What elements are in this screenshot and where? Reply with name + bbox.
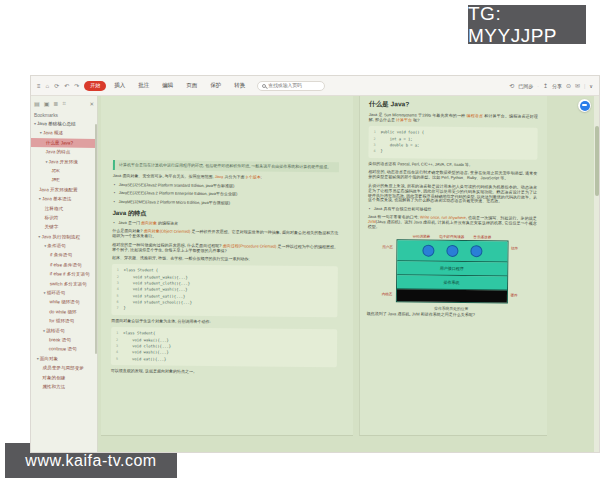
- sync-icon[interactable]: ⟲: [509, 83, 514, 89]
- diagram-os-band: 操作系统: [397, 275, 507, 290]
- diagram-hardware-band: [396, 289, 506, 302]
- bullet-item: JavaSE(J2SE)(Java2 Platform Standard Edi…: [113, 183, 339, 190]
- diagram-app-label: web浏览器: [413, 234, 430, 238]
- bookmark-tree: Java 基础核心总结Java 概述什么是 Java?Java 的特点Java …: [30, 119, 97, 392]
- paragraph: 而面向对象会以学生这个对象为主体, 分别调用各个动作:: [111, 319, 337, 326]
- code-line: void eat(){...}: [116, 356, 332, 365]
- diagram-app-label: 电子邮件阅读器: [439, 235, 464, 239]
- paragraph: 相对应的, 动态语言是指在运行时才确定数据类型的语言, 变量在使用之前无需申明类…: [368, 170, 537, 182]
- share-button[interactable]: 分享: [552, 83, 562, 89]
- menu-tab[interactable]: 保护: [207, 82, 224, 89]
- paragraph: 既然说到了 Java 虚拟机, JVM 和操作系统之间是什么关系呢?: [367, 312, 536, 319]
- toolbar-divider: |: [584, 83, 585, 89]
- menu-tabs: 插入批注编辑页面保护转换: [111, 82, 248, 89]
- user-mode-label: 用户态: [382, 245, 393, 249]
- diagram-box: 用户接口程序 操作系统: [395, 239, 508, 303]
- bullet-item: JavaEE(J2EE)(Java 2 Platform Enterprise …: [113, 191, 339, 198]
- content-scrollbar-track[interactable]: [594, 96, 599, 453]
- thumbnails-panel-icon[interactable]: ▤: [34, 100, 40, 107]
- bookmark-item[interactable]: Java 概述: [31, 128, 97, 138]
- paragraph: Java 是 Sun Microsystems 于1995 年最先发布的一种 编…: [369, 113, 538, 125]
- code-block-foo: public void foo() { int a = 1; double b …: [368, 126, 537, 159]
- robot-icon: [580, 101, 590, 111]
- paragraph: 起床、穿衣服、洗脸刷牙, 吃饭、去学校, 一般会按顺序的执行完这一系列动作:: [112, 256, 338, 263]
- bullet-item: JavaME(J2ME)(Java 2 Platform Micro Editi…: [113, 200, 339, 207]
- os-diagram: web浏览器电子邮件阅读器音乐播放器 用户态 内核态: [367, 234, 537, 312]
- hardware-label: 硬件: [510, 293, 517, 297]
- toolbar: ≡ ⌂ ⟳ ↶ ↷ 开始 插入批注编辑页面保护转换 ⟲ 已同步 · ↥ 分享 ⊙…: [31, 76, 599, 96]
- paragraph: 从设计的角度上来说, 所有的语言都是设计用来把人类可读的代码转换为机器指令的。动…: [368, 184, 537, 205]
- outline-panel-icon[interactable]: ≣: [53, 100, 58, 107]
- feature-bullet: Java 是一门 面向对象 的编程语言: [112, 221, 338, 228]
- page-left: 计算机平台是指在计算机中运行应用程序的环境, 包括硬件环境和软件环境, 一般来说…: [101, 96, 353, 436]
- bookmark-item[interactable]: Java 执行控制流程: [30, 232, 95, 242]
- app-circle-icon: [422, 245, 434, 257]
- quote-block: 计算机平台是指在计算机中运行应用程序的环境, 包括硬件环境和软件环境, 一般来说…: [113, 160, 339, 172]
- bookmarks-panel-icon[interactable]: ▣: [44, 100, 50, 107]
- code-block-procedural: class Student { void student_wake(){...}…: [111, 264, 338, 316]
- menu-tab[interactable]: 编辑: [159, 82, 176, 89]
- sync-status: 已同步: [518, 83, 533, 89]
- paragraph: 相对应的是一种叫做面向过程的开发思想, 什么是面向过程呢? 面向过程(Proce…: [112, 243, 338, 255]
- kernel-mode-label: 内核态: [382, 292, 393, 296]
- sidebar-scrollbar[interactable]: [95, 124, 98, 354]
- menu-tab[interactable]: 批注: [135, 82, 152, 89]
- menu-tab[interactable]: 页面: [183, 82, 200, 89]
- paragraph: 类似的语言还有 Pascal, Perl, C/C++, JAVA, C#, S…: [368, 162, 537, 169]
- bookmarks-sidebar: ▤ ▣ ≣ ⌗ ✕ Bookmarks Java 基础核心总结Java 概述什么…: [31, 96, 98, 453]
- diagram-ui-band: 用户接口程序: [397, 261, 507, 276]
- code-block-oop: class Student{ void wake(){...} void clo…: [111, 327, 337, 367]
- document-canvas: 计算机平台是指在计算机中运行应用程序的环境, 包括硬件环境和软件环境, 一般来说…: [98, 96, 599, 453]
- page-right: 什么是 Java? Java 是 Sun Microsystems 于1995 …: [359, 96, 547, 436]
- diagram-app-label: 音乐播放器: [473, 235, 491, 239]
- sidebar-header: ▤ ▣ ≣ ⌗ ✕: [31, 96, 97, 111]
- software-label: 软件: [511, 246, 518, 250]
- annotations-panel-icon[interactable]: ⌗: [62, 100, 65, 107]
- main-area: ▤ ▣ ≣ ⌗ ✕ Bookmarks Java 基础核心总结Java 概述什么…: [31, 96, 599, 453]
- app-circle-icon: [470, 245, 482, 257]
- search-box[interactable]: [257, 81, 325, 91]
- bookmark-item[interactable]: 属性和方法: [30, 382, 93, 392]
- close-icon[interactable]: ✕: [89, 101, 94, 107]
- redo-icon[interactable]: ↷: [74, 83, 79, 89]
- content-scrollbar-thumb[interactable]: [595, 126, 599, 196]
- undo-icon[interactable]: ↶: [64, 83, 69, 89]
- menu-tab[interactable]: 插入: [111, 82, 128, 89]
- assistant-button[interactable]: [578, 99, 591, 112]
- chevron-down-icon[interactable]: ∨: [589, 83, 593, 89]
- home-icon[interactable]: ⌂: [46, 83, 50, 89]
- share-icon[interactable]: ↥: [543, 83, 548, 89]
- bookmark-item[interactable]: Java 基本语法: [30, 194, 96, 204]
- pdf-reader-window: ≡ ⌂ ⟳ ↶ ↷ 开始 插入批注编辑页面保护转换 ⟲ 已同步 · ↥ 分享 ⊙…: [30, 75, 600, 453]
- refresh-icon[interactable]: ⟳: [54, 83, 59, 89]
- search-icon: [262, 84, 266, 88]
- paragraph: 可以很直观的发现, 这就是面向对象的特点之一。: [111, 369, 337, 376]
- message-icon[interactable]: ✉: [575, 83, 580, 89]
- paragraph: 什么是面向对象? 面向对象(Object Oriented) 是一种软件开发思想…: [112, 229, 338, 241]
- panel-title: Bookmarks: [31, 111, 97, 119]
- menu-tab[interactable]: 转换: [231, 82, 248, 89]
- search-input[interactable]: [268, 83, 320, 88]
- toolbar-right: ⟲ 已同步 · ↥ 分享 ⊙ ✉ | ∨: [509, 83, 593, 89]
- section-heading: Java 的特点: [112, 209, 338, 220]
- diagram-right-labels: 软件 硬件: [510, 240, 527, 303]
- feature-bullet: Java 具有平台独立性和可移植性: [368, 207, 537, 214]
- app-circle-icon: [446, 245, 458, 257]
- bullet-list: JavaSE(J2SE)(Java2 Platform Standard Edi…: [113, 183, 339, 207]
- code-line: }: [116, 305, 332, 314]
- dot-separator: ·: [537, 83, 539, 89]
- help-icon[interactable]: ⊙: [566, 83, 571, 89]
- diagram-apps-band: [397, 240, 507, 262]
- paragraph: Java 面向对象、安全而可靠, 与平台无关。按照应用范围, Java 共分为下…: [113, 174, 339, 181]
- code-line: }: [373, 148, 532, 156]
- page-title: 什么是 Java?: [369, 100, 538, 111]
- paragraph: Java 有一句非常著名的口号: Write once, run anywher…: [368, 215, 537, 231]
- diagram-left-labels: 用户态 内核态: [376, 239, 393, 302]
- menu-icon[interactable]: ≡: [37, 83, 41, 89]
- bookmark-item[interactable]: 面向对象: [30, 354, 94, 364]
- tg-watermark: TG: MYYJJPP: [468, 5, 586, 44]
- tab-start-selected[interactable]: 开始: [84, 81, 106, 91]
